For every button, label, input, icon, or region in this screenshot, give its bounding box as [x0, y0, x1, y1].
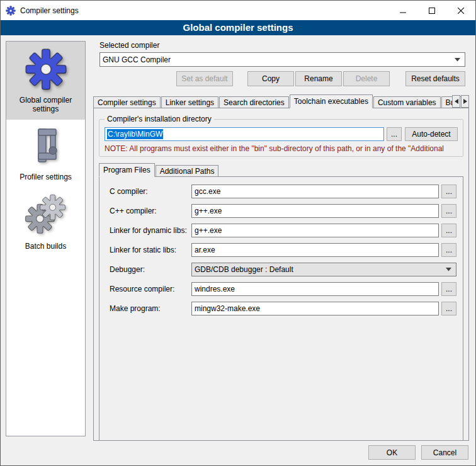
sidebar-item-label: Batch builds: [25, 242, 66, 251]
tab-scroll-left-button[interactable]: [452, 95, 460, 108]
tab-toolchain-executables[interactable]: Toolchain executables: [290, 94, 373, 108]
linker-static-browse-button[interactable]: ...: [441, 243, 456, 257]
field-row-c-compiler: C compiler: ...: [110, 185, 456, 198]
cancel-button[interactable]: Cancel: [421, 445, 468, 460]
installation-directory-value: C:\raylib\MinGW: [107, 129, 163, 139]
minimize-icon: [400, 8, 406, 14]
cpp-compiler-input[interactable]: [191, 204, 439, 218]
resource-compiler-input[interactable]: [191, 282, 439, 296]
field-label: C compiler:: [110, 187, 191, 196]
sidebar-item-label: Profiler settings: [20, 173, 72, 181]
field-label: Linker for dynamic libs:: [110, 226, 191, 235]
maximize-button[interactable]: [417, 1, 446, 20]
field-row-linker-dynamic: Linker for dynamic libs: ...: [110, 224, 456, 237]
chevron-down-icon: [443, 263, 453, 276]
field-label: Make program:: [110, 304, 191, 313]
titlebar: Compiler settings: [1, 1, 475, 20]
field-row-cpp-compiler: C++ compiler: ...: [110, 204, 456, 218]
arrow-right-icon: [463, 99, 467, 104]
rename-button[interactable]: Rename: [295, 71, 342, 86]
sidebar-item-global-compiler-settings[interactable]: Global compiler settings: [6, 42, 85, 120]
debugger-select[interactable]: GDB/CDB debugger : Default: [191, 263, 456, 276]
window-title: Compiler settings: [20, 6, 79, 15]
settings-sidebar: Global compiler settings Profiler settin…: [6, 41, 86, 436]
ok-button[interactable]: OK: [368, 445, 416, 460]
field-row-debugger: Debugger: GDB/CDB debugger : Default: [110, 263, 456, 276]
chevron-down-icon: [452, 53, 462, 66]
sidebar-item-profiler-settings[interactable]: Profiler settings: [6, 120, 85, 188]
field-label: Linker for static libs:: [110, 246, 191, 254]
toolchain-executables-panel: Compiler's installation directory C:\ray…: [93, 108, 469, 441]
selected-compiler-label: Selected compiler: [99, 41, 470, 50]
clamp-icon: [27, 126, 65, 168]
program-tabstrip: Program Files Additional Paths: [99, 163, 463, 177]
minimize-button[interactable]: [388, 1, 417, 20]
tab-linker-settings[interactable]: Linker settings: [161, 96, 218, 108]
field-row-make-program: Make program: ...: [110, 302, 456, 315]
gears-icon: [25, 194, 67, 237]
linker-static-input[interactable]: [191, 243, 439, 257]
compiler-select-value: GNU GCC Compiler: [103, 55, 452, 64]
installation-directory-input[interactable]: C:\raylib\MinGW: [105, 127, 384, 141]
installation-directory-browse-button[interactable]: ...: [387, 127, 402, 141]
field-row-resource-compiler: Resource compiler: ...: [110, 282, 456, 296]
tab-program-files[interactable]: Program Files: [99, 163, 155, 177]
arrow-left-icon: [455, 99, 458, 104]
close-button[interactable]: [446, 1, 475, 20]
make-program-input[interactable]: [191, 302, 439, 315]
dialog-header: Global compiler settings: [1, 20, 475, 35]
linker-dynamic-input[interactable]: [191, 224, 439, 237]
cpp-compiler-browse-button[interactable]: ...: [441, 204, 456, 218]
sidebar-item-label: Global compiler settings: [8, 96, 83, 113]
debugger-select-value: GDB/CDB debugger : Default: [195, 265, 443, 274]
c-compiler-browse-button[interactable]: ...: [441, 185, 456, 198]
program-files-panel: C compiler: ... C++ compiler: ... Linker…: [99, 176, 463, 441]
field-label: Debugger:: [110, 265, 191, 274]
close-icon: [458, 8, 464, 14]
sidebar-item-batch-builds[interactable]: Batch builds: [6, 188, 85, 257]
maximize-icon: [429, 8, 435, 14]
compiler-select[interactable]: GNU GCC Compiler: [99, 52, 465, 67]
field-label: C++ compiler:: [110, 207, 191, 215]
tab-scroll-right-button[interactable]: [461, 95, 469, 108]
dialog-footer: OK Cancel: [368, 445, 468, 460]
field-label: Resource compiler:: [110, 285, 191, 293]
tab-search-directories[interactable]: Search directories: [219, 96, 289, 108]
installation-directory-legend: Compiler's installation directory: [105, 115, 214, 123]
tab-additional-paths[interactable]: Additional Paths: [156, 165, 219, 177]
auto-detect-button[interactable]: Auto-detect: [405, 127, 458, 141]
tab-compiler-settings[interactable]: Compiler settings: [93, 96, 161, 108]
gear-icon: [25, 48, 67, 91]
delete-button[interactable]: Delete: [343, 71, 390, 86]
linker-dynamic-browse-button[interactable]: ...: [441, 224, 456, 237]
tab-custom-variables[interactable]: Custom variables: [373, 96, 441, 108]
field-row-linker-static: Linker for static libs: ...: [110, 243, 456, 257]
app-icon: [6, 6, 16, 16]
compiler-tabstrip: Compiler settings Linker settings Search…: [93, 94, 469, 108]
c-compiler-input[interactable]: [191, 185, 439, 198]
copy-button[interactable]: Copy: [247, 71, 294, 86]
reset-defaults-button[interactable]: Reset defaults: [405, 71, 465, 86]
resource-compiler-browse-button[interactable]: ...: [441, 282, 456, 296]
installation-note: NOTE: All programs must exist either in …: [105, 144, 458, 153]
make-program-browse-button[interactable]: ...: [441, 302, 456, 315]
installation-directory-group: Compiler's installation directory C:\ray…: [99, 115, 463, 157]
set-as-default-button[interactable]: Set as default: [176, 71, 233, 86]
